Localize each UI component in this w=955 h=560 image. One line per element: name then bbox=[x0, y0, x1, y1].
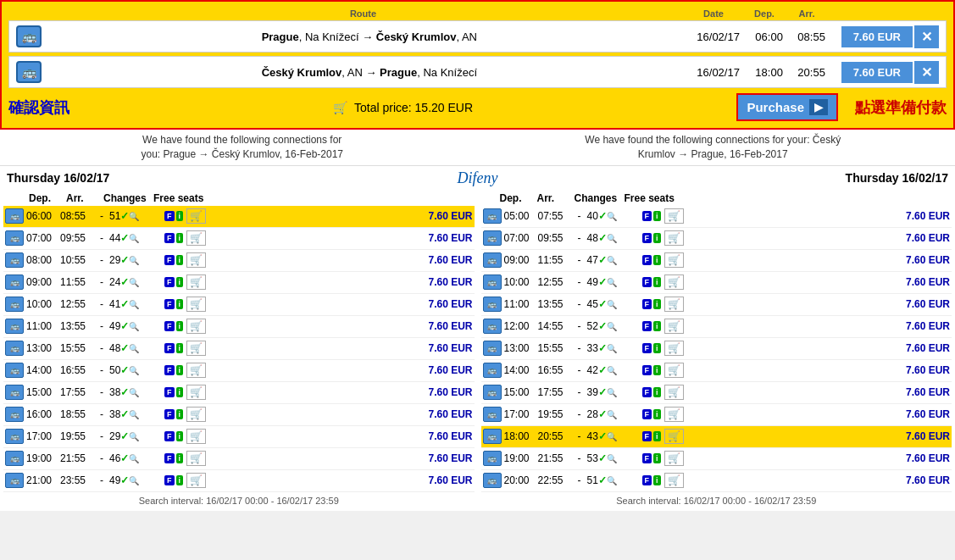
add-to-cart-button[interactable]: 🛒 bbox=[186, 319, 206, 334]
add-to-cart-button[interactable]: 🛒 bbox=[186, 230, 206, 246]
flight-row: 🚌 13:00 15:55 - 48✓🔍 F i 🛒 7.60 EUR bbox=[3, 338, 475, 360]
flight-flag-f: F bbox=[164, 299, 175, 309]
add-to-cart-button[interactable]: 🛒 bbox=[664, 230, 684, 246]
flight-price: 7.60 EUR bbox=[687, 474, 950, 486]
route-close-2[interactable]: ✕ bbox=[914, 61, 939, 84]
total-price-text: Total price: 15.20 EUR bbox=[354, 101, 473, 114]
mini-bus-icon: 🚌 bbox=[5, 407, 24, 422]
left-flights: 🚌 06:00 08:55 - 51✓🔍 F i 🛒 7.60 EUR 🚌 07… bbox=[0, 206, 478, 492]
flight-changes: - bbox=[94, 320, 109, 332]
flight-dep: 12:00 bbox=[504, 320, 538, 332]
flight-free: 43✓🔍 bbox=[587, 430, 642, 442]
add-to-cart-button[interactable]: 🛒 bbox=[186, 341, 206, 356]
flight-changes: - bbox=[94, 254, 109, 266]
flight-arr: 21:55 bbox=[60, 452, 94, 464]
flight-free: 49✓🔍 bbox=[109, 320, 164, 332]
flight-free: 42✓🔍 bbox=[587, 364, 642, 376]
flight-row: 🚌 21:00 23:55 - 49✓🔍 F i 🛒 7.60 EUR bbox=[3, 470, 475, 492]
flight-row: 🚌 10:00 12:55 - 49✓🔍 F i 🛒 7.60 EUR bbox=[481, 272, 952, 294]
flight-changes: - bbox=[572, 430, 587, 442]
add-to-cart-button[interactable]: 🛒 bbox=[664, 385, 684, 400]
flight-free: 48✓🔍 bbox=[587, 232, 642, 244]
flight-flag-i: i bbox=[653, 387, 661, 397]
route-label: Route bbox=[42, 8, 684, 19]
route-price-1[interactable]: 7.60 EUR bbox=[841, 26, 913, 47]
flight-flag-i: i bbox=[176, 277, 184, 287]
add-to-cart-button[interactable]: 🛒 bbox=[186, 208, 206, 224]
route-close-1[interactable]: ✕ bbox=[914, 25, 939, 48]
flight-flag-f: F bbox=[164, 321, 175, 331]
flight-price: 7.60 EUR bbox=[687, 210, 950, 222]
add-to-cart-button[interactable]: 🛒 bbox=[186, 429, 206, 444]
add-to-cart-button[interactable]: 🛒 bbox=[186, 297, 206, 312]
flight-price: 7.60 EUR bbox=[209, 210, 472, 222]
flight-dep: 17:00 bbox=[26, 430, 60, 442]
flight-changes: - bbox=[94, 232, 109, 244]
flight-free: 38✓🔍 bbox=[109, 408, 164, 420]
route-price-2[interactable]: 7.60 EUR bbox=[841, 62, 913, 83]
add-to-cart-button[interactable]: 🛒 bbox=[664, 252, 684, 268]
flight-row: 🚌 06:00 08:55 - 51✓🔍 F i 🛒 7.60 EUR bbox=[3, 206, 475, 228]
day-brand-row: Thursday 16/02/17 Difeny Thursday 16/02/… bbox=[0, 166, 955, 191]
add-to-cart-button[interactable]: 🛒 bbox=[186, 274, 206, 290]
flight-flag-f: F bbox=[642, 409, 652, 419]
flight-changes: - bbox=[572, 364, 587, 376]
add-to-cart-button[interactable]: 🛒 bbox=[186, 363, 206, 378]
add-to-cart-button[interactable]: 🛒 bbox=[664, 208, 684, 224]
flight-dep: 15:00 bbox=[504, 386, 538, 398]
purchase-arrow-icon: ▶ bbox=[809, 99, 828, 115]
left-dep-header: Dep. bbox=[29, 192, 63, 204]
add-to-cart-button[interactable]: 🛒 bbox=[664, 274, 684, 290]
flight-arr: 23:55 bbox=[60, 474, 94, 486]
flight-changes: - bbox=[94, 430, 109, 442]
flight-arr: 19:55 bbox=[60, 430, 94, 442]
add-to-cart-button[interactable]: 🛒 bbox=[664, 297, 684, 312]
mini-bus-icon: 🚌 bbox=[5, 208, 24, 224]
flight-arr: 12:55 bbox=[538, 276, 572, 288]
flight-price: 7.60 EUR bbox=[209, 298, 472, 310]
add-to-cart-button[interactable]: 🛒 bbox=[664, 341, 684, 356]
right-day-label: Thursday 16/02/17 bbox=[635, 171, 948, 185]
purchase-button[interactable]: Purchase ▶ bbox=[736, 93, 838, 121]
right-changes-header: Changes bbox=[575, 192, 621, 204]
flight-row: 🚌 10:00 12:55 - 41✓🔍 F i 🛒 7.60 EUR bbox=[3, 294, 475, 316]
mini-bus-icon: 🚌 bbox=[483, 252, 502, 268]
cart-icon-small: 🛒 bbox=[333, 101, 347, 114]
flight-flag-i: i bbox=[653, 277, 661, 287]
add-to-cart-button[interactable]: 🛒 bbox=[186, 407, 206, 422]
flight-flag-f: F bbox=[642, 387, 652, 397]
flight-price: 7.60 EUR bbox=[209, 364, 472, 376]
brand-label: Difeny bbox=[320, 169, 634, 187]
flight-row: 🚌 19:00 21:55 - 53✓🔍 F i 🛒 7.60 EUR bbox=[481, 448, 952, 470]
add-to-cart-button[interactable]: 🛒 bbox=[186, 385, 206, 400]
flight-price: 7.60 EUR bbox=[687, 452, 950, 464]
add-to-cart-button[interactable]: 🛒 bbox=[664, 319, 684, 334]
flight-arr: 15:55 bbox=[538, 342, 572, 354]
add-to-cart-button[interactable]: 🛒 bbox=[186, 451, 206, 466]
route-arr-2: 20:55 bbox=[791, 66, 833, 79]
add-to-cart-button[interactable]: 🛒 bbox=[664, 407, 684, 422]
mini-bus-icon: 🚌 bbox=[483, 208, 502, 224]
right-search-interval: Search interval: 16/02/17 00:00 - 16/02/… bbox=[478, 496, 956, 506]
flight-row: 🚌 15:00 17:55 - 39✓🔍 F i 🛒 7.60 EUR bbox=[481, 382, 952, 404]
add-to-cart-button[interactable]: 🛒 bbox=[186, 252, 206, 268]
add-to-cart-button[interactable]: 🛒 bbox=[186, 473, 206, 488]
add-to-cart-button[interactable]: 🛒 bbox=[664, 429, 684, 444]
flight-row: 🚌 18:00 20:55 - 43✓🔍 F i 🛒 7.60 EUR bbox=[481, 426, 952, 448]
flight-dep: 15:00 bbox=[26, 386, 60, 398]
flight-price: 7.60 EUR bbox=[209, 474, 472, 486]
date-label: Date bbox=[684, 8, 743, 19]
add-to-cart-button[interactable]: 🛒 bbox=[664, 451, 684, 466]
flight-price: 7.60 EUR bbox=[687, 232, 950, 244]
flight-row: 🚌 08:00 10:55 - 29✓🔍 F i 🛒 7.60 EUR bbox=[3, 250, 475, 272]
flight-row: 🚌 15:00 17:55 - 38✓🔍 F i 🛒 7.60 EUR bbox=[3, 382, 475, 404]
add-to-cart-button[interactable]: 🛒 bbox=[664, 473, 684, 488]
flight-price: 7.60 EUR bbox=[209, 254, 472, 266]
bus-icon-2: 🚌 bbox=[16, 61, 42, 83]
flight-free: 51✓🔍 bbox=[109, 210, 164, 222]
add-to-cart-button[interactable]: 🛒 bbox=[664, 363, 684, 378]
flight-row: 🚌 14:00 16:55 - 42✓🔍 F i 🛒 7.60 EUR bbox=[481, 360, 952, 382]
flight-flag-i: i bbox=[176, 211, 184, 221]
flight-arr: 14:55 bbox=[538, 320, 572, 332]
flight-dep: 06:00 bbox=[26, 210, 60, 222]
